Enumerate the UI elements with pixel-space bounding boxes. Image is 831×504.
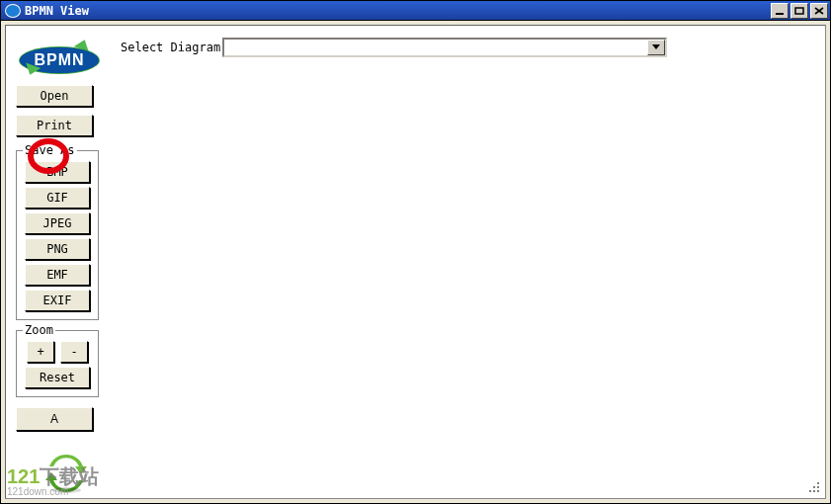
- svg-rect-5: [817, 486, 819, 488]
- diagram-dropdown-value: [224, 40, 647, 55]
- window-controls: [769, 1, 830, 20]
- svg-rect-0: [776, 13, 784, 15]
- save-gif-button[interactable]: GIF: [25, 187, 90, 209]
- client-area: Select Diagram BPMN Open Print Save As B…: [1, 21, 830, 503]
- save-as-group: Save As BMP GIF JPEG PNG EMF EXIF: [16, 150, 99, 320]
- open-button[interactable]: Open: [16, 85, 93, 107]
- svg-rect-8: [817, 490, 819, 492]
- window-title: BPMN View: [25, 4, 89, 18]
- svg-point-2: [51, 487, 81, 493]
- save-exif-button[interactable]: EXIF: [25, 290, 90, 311]
- recycle-icon: [45, 453, 87, 494]
- print-button[interactable]: Print: [16, 115, 93, 136]
- zoom-group: Zoom + - Reset: [16, 330, 99, 397]
- zoom-reset-button[interactable]: Reset: [25, 367, 90, 388]
- svg-rect-7: [813, 490, 815, 492]
- bpmn-logo: BPMN: [16, 34, 101, 79]
- select-diagram-label: Select Diagram: [121, 41, 220, 54]
- sidebar: BPMN Open Print Save As BMP GIF JPEG PNG…: [16, 34, 107, 431]
- close-button[interactable]: [810, 3, 828, 19]
- resize-grip[interactable]: [807, 480, 821, 494]
- diagram-dropdown[interactable]: [222, 38, 667, 57]
- app-icon: [5, 4, 21, 18]
- chevron-down-icon[interactable]: [647, 40, 665, 55]
- zoom-out-button[interactable]: -: [60, 341, 88, 363]
- svg-rect-3: [817, 482, 819, 484]
- save-jpeg-button[interactable]: JPEG: [25, 212, 90, 234]
- zoom-in-button[interactable]: +: [27, 341, 54, 363]
- save-emf-button[interactable]: EMF: [25, 264, 90, 286]
- svg-rect-6: [809, 490, 811, 492]
- svg-rect-4: [813, 486, 815, 488]
- maximize-button[interactable]: [790, 3, 808, 19]
- about-button[interactable]: A: [16, 407, 93, 431]
- zoom-title: Zoom: [23, 323, 55, 337]
- about-button-label: A: [50, 412, 58, 426]
- save-png-button[interactable]: PNG: [25, 238, 90, 260]
- diagram-selector-row: Select Diagram: [121, 38, 667, 57]
- content-panel: Select Diagram BPMN Open Print Save As B…: [5, 25, 826, 499]
- svg-rect-1: [795, 8, 803, 14]
- minimize-button[interactable]: [771, 3, 789, 19]
- save-as-title: Save As: [23, 143, 77, 157]
- title-bar: BPMN View: [1, 1, 830, 21]
- save-bmp-button[interactable]: BMP: [25, 161, 90, 183]
